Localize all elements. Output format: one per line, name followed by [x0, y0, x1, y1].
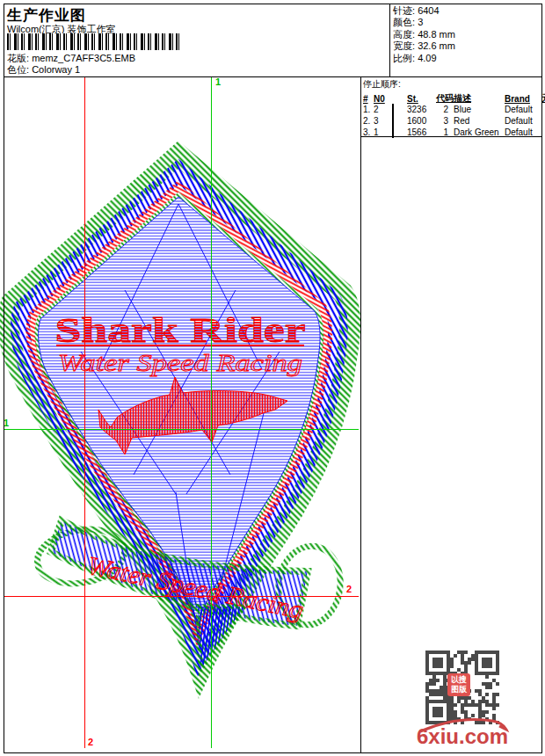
col-code: 代码	[436, 92, 454, 105]
design-file-value: memz_C7AFF3C5.EMB	[32, 53, 135, 63]
design-file-label: 花版:	[7, 53, 29, 63]
thread-color-swatch	[392, 104, 394, 115]
colorway-row: 色位: Colorway 1	[7, 63, 80, 76]
guide-horizontal-green	[4, 429, 359, 430]
guide-vertical-red	[84, 77, 85, 748]
stop-sequence-title: 停止顺序:	[363, 78, 541, 91]
col-brand: Brand	[505, 94, 541, 104]
stat-stitches: 针迹: 6404	[393, 5, 455, 17]
col-needle: N0	[374, 94, 392, 104]
infobox-divider-line	[389, 4, 390, 76]
guide-marker-top: 1	[215, 78, 221, 86]
col-stitches: St.	[407, 94, 436, 104]
table-row: 2. 3 1600 3 Red Default	[363, 115, 541, 127]
qr-center-seal: 以搜 图版	[447, 673, 470, 696]
right-panel-divider-line	[360, 76, 361, 752]
watermark-site-text: 6xiu.com	[417, 724, 522, 749]
guide-horizontal-red	[4, 596, 359, 597]
design-subtitle-text: Water Speed Racing	[58, 350, 302, 376]
stat-height: 高度: 48.8 mm	[393, 29, 455, 40]
stat-scale: 比例: 4.09	[393, 53, 455, 64]
stop-sequence-header-row: # N0 St. 代码 描述 Brand 元素	[363, 92, 541, 104]
stat-colors: 颜色: 3	[393, 17, 455, 28]
design-barcode	[7, 33, 179, 50]
design-stats: 针迹: 6404 颜色: 3 高度: 48.8 mm 宽度: 32.6 mm 比…	[393, 5, 455, 64]
guide-vertical-green	[211, 77, 212, 748]
design-title-text: Shark Rider	[55, 310, 306, 350]
production-worksheet-page: { "header": { "title": "生产作业图", "company…	[0, 0, 545, 756]
col-seq: #	[363, 94, 374, 104]
stat-width: 宽度: 32.6 mm	[393, 40, 455, 52]
colorway-label: 色位:	[7, 64, 29, 75]
colorway-value: Colorway 1	[32, 64, 80, 75]
guide-marker-right: 2	[346, 585, 352, 593]
guide-marker-bottom: 2	[88, 738, 93, 746]
thread-color-swatch	[392, 127, 394, 138]
shield-tip-stitches	[198, 607, 244, 670]
col-desc: 描述	[454, 92, 505, 105]
table-row: 3. 1 1566 1 Dark Green Default	[363, 127, 541, 138]
thread-color-swatch	[392, 115, 394, 127]
table-row: 1. 2 3236 2 Blue Default	[363, 104, 541, 115]
stop-sequence-table: 停止顺序: # N0 St. 代码 描述 Brand 元素 1. 2 3236 …	[363, 78, 541, 138]
col-element: 元素	[541, 92, 545, 105]
header-divider-line	[4, 76, 541, 77]
guide-marker-left: 1	[4, 419, 9, 427]
